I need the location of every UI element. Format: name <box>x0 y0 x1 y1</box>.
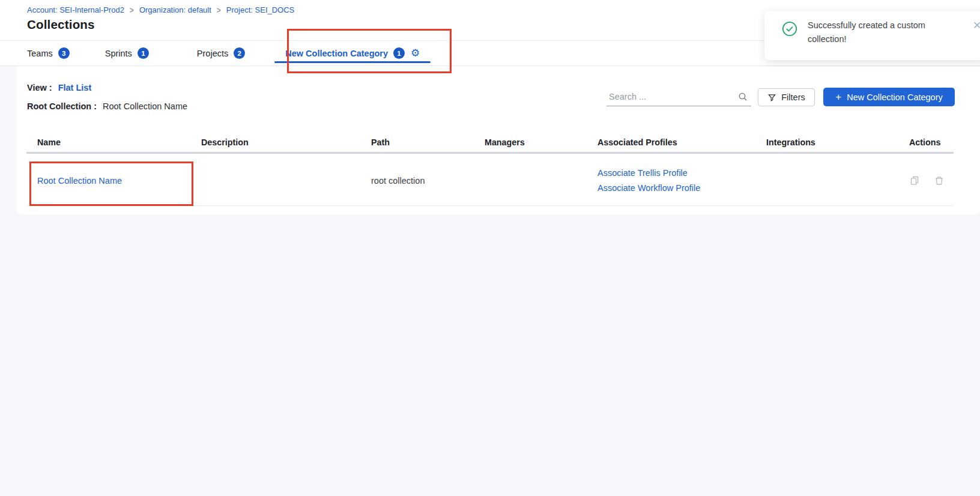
tab-sprints[interactable]: Sprints 1 <box>105 41 149 65</box>
breadcrumb-account-link[interactable]: Account: SEI-Internal-Prod2 <box>27 5 124 14</box>
root-collection-value: Root Collection Name <box>103 101 187 111</box>
tab-teams[interactable]: Teams 3 <box>27 41 70 65</box>
close-icon[interactable]: ✕ <box>973 20 980 31</box>
column-header-path: Path <box>371 138 485 147</box>
tab-projects[interactable]: Projects 2 <box>197 41 245 65</box>
table-header-row: Name Description Path Managers Associate… <box>26 132 954 154</box>
tab-new-collection-category-count-badge: 1 <box>393 47 405 59</box>
search-icon <box>738 92 748 101</box>
table-row: Root Collection Name root collection Ass… <box>26 156 954 206</box>
cell-name: Root Collection Name <box>26 176 201 186</box>
root-collection-row: Root Collection : Root Collection Name <box>27 101 187 111</box>
column-header-name: Name <box>26 138 201 147</box>
associate-trellis-profile-link[interactable]: Associate Trellis Profile <box>597 168 766 178</box>
new-collection-category-button-label: New Collection Category <box>847 92 943 102</box>
tab-sprints-label: Sprints <box>105 49 132 58</box>
column-header-integrations: Integrations <box>766 138 909 147</box>
search-box[interactable] <box>606 89 751 106</box>
copy-icon[interactable] <box>909 175 920 186</box>
root-collection-name-link[interactable]: Root Collection Name <box>37 176 122 186</box>
breadcrumb-project-link[interactable]: Project: SEI_DOCS <box>226 5 294 14</box>
associate-workflow-profile-link[interactable]: Associate Workflow Profile <box>597 183 766 193</box>
filter-funnel-icon <box>767 93 776 102</box>
cell-associated-profiles: Associate Trellis Profile Associate Work… <box>597 168 766 193</box>
content-card: View : Flat List Root Collection : Root … <box>17 66 980 214</box>
breadcrumb: Account: SEI-Internal-Prod2 > Organizati… <box>27 5 294 14</box>
gear-icon[interactable]: ⚙ <box>411 48 420 58</box>
page-title: Collections <box>27 17 95 32</box>
breadcrumb-organization-link[interactable]: Organization: default <box>139 5 211 14</box>
toast-message: Successfully created a custom collection… <box>808 19 943 46</box>
success-toast: Successfully created a custom collection… <box>764 11 980 60</box>
search-input[interactable] <box>606 92 738 103</box>
tab-teams-label: Teams <box>27 49 53 58</box>
plus-icon: + <box>835 92 841 102</box>
tab-teams-count-badge: 3 <box>58 47 70 59</box>
filters-button[interactable]: Filters <box>758 88 815 106</box>
view-label: View : <box>27 83 52 92</box>
column-header-actions: Actions <box>909 138 954 147</box>
tab-new-collection-category[interactable]: New Collection Category 1 ⚙ <box>274 41 431 65</box>
root-collection-label: Root Collection : <box>27 101 97 111</box>
tab-sprints-count-badge: 1 <box>138 47 149 59</box>
chevron-right-icon: > <box>130 5 134 14</box>
success-check-icon <box>782 21 797 39</box>
tab-projects-count-badge: 2 <box>234 47 245 59</box>
tab-new-collection-category-label: New Collection Category <box>285 49 388 58</box>
column-header-associated-profiles: Associated Profiles <box>597 138 766 147</box>
flat-list-link[interactable]: Flat List <box>58 83 92 92</box>
cell-actions <box>909 175 954 186</box>
new-collection-category-button[interactable]: + New Collection Category <box>823 88 955 106</box>
column-header-description: Description <box>201 138 371 147</box>
trash-icon[interactable] <box>934 175 945 186</box>
column-header-managers: Managers <box>485 138 597 147</box>
chevron-right-icon: > <box>217 5 221 14</box>
view-row: View : Flat List <box>27 83 91 92</box>
filters-button-label: Filters <box>781 92 805 102</box>
cell-path: root collection <box>371 176 485 186</box>
tab-projects-label: Projects <box>197 49 228 58</box>
